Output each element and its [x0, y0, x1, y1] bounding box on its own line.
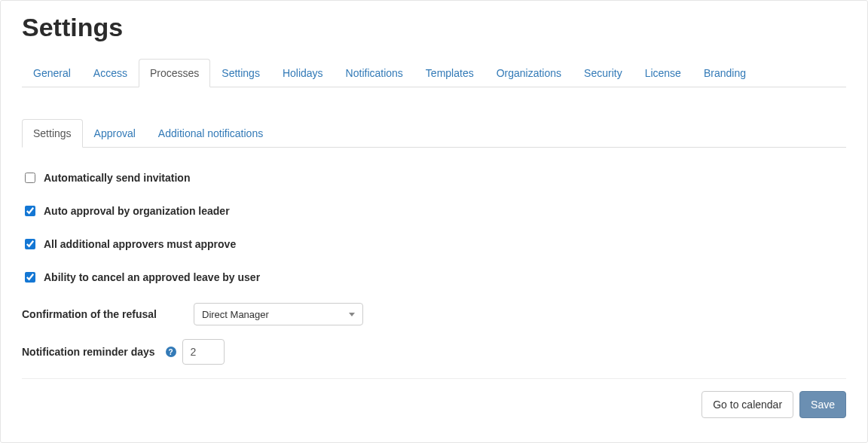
reminder-row: Notification reminder days ? — [22, 339, 846, 365]
secondary-tab-additional-notifications[interactable]: Additional notifications — [147, 119, 274, 148]
primary-tab-access[interactable]: Access — [82, 59, 139, 87]
page-title: Settings — [22, 13, 846, 42]
all-approve-checkbox[interactable] — [25, 239, 35, 249]
go-to-calendar-button[interactable]: Go to calendar — [701, 391, 793, 418]
confirm-refusal-value: Direct Manager — [202, 309, 269, 320]
confirm-refusal-row: Confirmation of the refusal Direct Manag… — [22, 303, 846, 325]
primary-tab-license[interactable]: License — [634, 59, 692, 87]
footer-actions: Go to calendar Save — [22, 378, 846, 418]
secondary-tab-settings[interactable]: Settings — [22, 119, 83, 148]
auto-approve-checkbox[interactable] — [25, 206, 35, 216]
confirm-refusal-label: Confirmation of the refusal — [22, 308, 188, 320]
primary-tab-settings[interactable]: Settings — [210, 59, 271, 87]
go-to-calendar-label: Go to calendar — [713, 399, 782, 411]
primary-tab-holidays[interactable]: Holidays — [271, 59, 335, 87]
help-icon[interactable]: ? — [166, 347, 176, 357]
auto-approve-row: Auto approval by organization leader — [22, 203, 846, 218]
save-label: Save — [811, 399, 835, 411]
auto-invite-checkbox[interactable] — [25, 173, 35, 183]
auto-invite-row: Automatically send invitation — [22, 170, 846, 185]
primary-tab-security[interactable]: Security — [573, 59, 634, 87]
reminder-input[interactable] — [182, 339, 225, 365]
primary-tabs: GeneralAccessProcessesSettingsHolidaysNo… — [22, 59, 846, 87]
primary-tab-templates[interactable]: Templates — [414, 59, 485, 87]
all-approve-row: All additional approvers must approve — [22, 237, 846, 252]
primary-tab-organizations[interactable]: Organizations — [485, 59, 573, 87]
settings-content: Automatically send invitation Auto appro… — [22, 148, 846, 365]
auto-approve-label[interactable]: Auto approval by organization leader — [44, 205, 230, 217]
auto-invite-label[interactable]: Automatically send invitation — [44, 172, 190, 184]
secondary-tab-approval[interactable]: Approval — [83, 119, 147, 148]
cancel-approved-label[interactable]: Ability to cancel an approved leave by u… — [44, 271, 260, 283]
confirm-refusal-select[interactable]: Direct Manager — [194, 303, 363, 325]
primary-tab-branding[interactable]: Branding — [692, 59, 757, 87]
save-button[interactable]: Save — [799, 391, 846, 418]
primary-tab-processes[interactable]: Processes — [139, 59, 210, 87]
cancel-approved-row: Ability to cancel an approved leave by u… — [22, 270, 846, 285]
primary-tab-notifications[interactable]: Notifications — [335, 59, 414, 87]
secondary-tabs: SettingsApprovalAdditional notifications — [22, 119, 846, 148]
settings-page: Settings GeneralAccessProcessesSettingsH… — [0, 0, 868, 443]
cancel-approved-checkbox[interactable] — [25, 272, 35, 283]
all-approve-label[interactable]: All additional approvers must approve — [44, 238, 236, 250]
primary-tab-general[interactable]: General — [22, 59, 82, 87]
reminder-label: Notification reminder days — [22, 346, 155, 358]
